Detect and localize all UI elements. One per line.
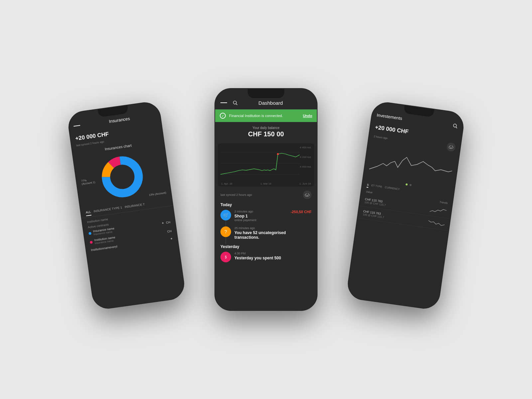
right-header-title: Investements xyxy=(376,112,403,121)
sync-row: last synced 2 hours ago xyxy=(215,189,317,201)
left-item-chf-2: CH xyxy=(167,229,172,233)
center-search-icon[interactable] xyxy=(232,99,238,106)
balance-amount: CHF 150 00 xyxy=(220,130,312,138)
trend-chart-1 xyxy=(429,205,447,216)
feed-content-2: 25 minutes ago You have 52 uncategorised… xyxy=(234,226,312,240)
chart-area: 4 400 tsd. 4 200 tsd. 4 000 tsd. xyxy=(215,143,317,187)
feed-content-1: 2 minutes ago Shop 1 online payement xyxy=(234,210,287,222)
x-label-1: 1. Apr. 18 xyxy=(221,182,232,185)
right-tab-et[interactable]: ET TYPE xyxy=(371,184,383,190)
feed-title-1: Shop 1 xyxy=(234,214,287,218)
right-tab-cur[interactable]: CURRENCY xyxy=(384,186,400,192)
feed-icon-shop: 🛒 xyxy=(220,210,231,220)
y-label-3: 4 000 tsd. xyxy=(300,165,312,168)
left-menu-icon[interactable] xyxy=(73,122,81,130)
feed-icon-uncategorised: ? xyxy=(220,226,231,237)
today-label: Today xyxy=(220,202,312,207)
notification-bar: ✓ Financial Institution is connected. Un… xyxy=(215,109,317,122)
x-label-3: 1. Juni 18 xyxy=(299,182,311,185)
feed-time-yesterday: 4:30 PM xyxy=(234,252,312,255)
center-menu-icon[interactable] xyxy=(220,99,227,106)
sync-text: last synced 2 hours ago xyxy=(220,193,252,197)
notification-text: Financial Institution is connected. xyxy=(229,114,300,118)
chart-y-labels: 4 400 tsd. 4 200 tsd. 4 000 tsd. xyxy=(300,146,312,168)
svg-point-11 xyxy=(277,153,279,155)
feed-item-2: ? 25 minutes ago You have 52 uncategoris… xyxy=(220,226,312,240)
svg-point-6 xyxy=(233,101,236,104)
feed-sep-1 xyxy=(225,220,226,226)
left-screen: Insurances +20 000 CHF last synced 2 hou… xyxy=(67,101,186,310)
y-label-1: 4 400 tsd. xyxy=(300,146,312,149)
center-screen: Dashboard ✓ Financial Institution is con… xyxy=(215,89,317,310)
right-col-value: Value xyxy=(366,190,373,194)
svg-line-5 xyxy=(456,127,457,128)
balance-label: Your daily balance xyxy=(220,126,312,130)
balance-section: Your daily balance CHF 150 00 xyxy=(215,122,317,143)
trend-chart-2 xyxy=(428,218,445,228)
feed-time-2: 25 minutes ago xyxy=(234,226,312,230)
feed-item-1: 🛒 2 minutes ago Shop 1 online payement -… xyxy=(220,210,312,222)
feed-title-2: You have 52 uncategorised transactions. xyxy=(234,230,312,240)
left-item-icon-3[interactable]: ✦ xyxy=(170,237,173,241)
svg-line-7 xyxy=(236,104,237,105)
undo-button[interactable]: Undo xyxy=(303,114,312,118)
feed-amount-1: -250,50 CHF xyxy=(291,210,312,214)
tab-type2[interactable]: INSURANCE T xyxy=(124,202,145,210)
tab-all[interactable]: ALL xyxy=(85,210,91,216)
scene: Insurances +20 000 CHF last synced 2 hou… xyxy=(116,42,416,357)
right-tab-s[interactable]: S xyxy=(366,183,369,188)
check-icon: ✓ xyxy=(220,113,226,119)
feed-icon-yesterday: $ xyxy=(220,252,231,262)
page-dot-2 xyxy=(409,184,412,186)
right-screen: Investements +20 000 CHF 2 hours ago xyxy=(346,101,465,310)
chart-x-labels: 1. Apr. 18 1. Mai 18 1. Juni 18 xyxy=(220,182,312,185)
y-label-2: 4 200 tsd. xyxy=(300,156,312,159)
right-phone: Investements +20 000 CHF 2 hours ago xyxy=(346,100,466,311)
x-label-2: 1. Mai 18 xyxy=(260,182,271,185)
dot-blue-icon xyxy=(88,232,91,235)
center-header-title: Dashboard xyxy=(243,100,298,106)
main-chart-svg xyxy=(220,147,312,180)
donut-legend-right: 13% (Account) xyxy=(149,191,166,197)
donut-legend: 77% (Account 1) xyxy=(81,178,95,186)
yesterday-label: Yesterday xyxy=(220,244,312,249)
dot-pink-icon xyxy=(90,241,93,244)
right-cloud-btn[interactable] xyxy=(446,142,456,152)
chart-container: 4 400 tsd. 4 200 tsd. 4 000 tsd. xyxy=(218,143,314,187)
right-sync-text: 2 hours ago xyxy=(373,135,388,140)
center-phone: Dashboard ✓ Financial Institution is con… xyxy=(214,88,318,311)
donut-svg xyxy=(96,151,149,203)
right-col-trends: Trends xyxy=(439,200,448,204)
svg-point-4 xyxy=(453,124,457,127)
feed-time-1: 2 minutes ago xyxy=(234,210,287,213)
left-item-icon-1[interactable]: ✦ xyxy=(161,221,164,225)
feed-content-yesterday: 4:30 PM Yesterday you spent 500 xyxy=(234,252,312,260)
feed-item-yesterday: $ 4:30 PM Yesterday you spent 500 xyxy=(220,252,312,262)
feed-section: Today 🛒 2 minutes ago Shop 1 online paye… xyxy=(215,201,317,268)
feed-title-yesterday: Yesterday you spent 500 xyxy=(234,256,312,260)
feed-sep-2 xyxy=(225,237,226,244)
left-item-chf-1: CH xyxy=(166,220,171,224)
right-search-icon[interactable] xyxy=(452,122,459,130)
center-notch xyxy=(248,89,284,98)
left-phone: Insurances +20 000 CHF last synced 2 hou… xyxy=(66,100,187,311)
cloud-download-btn[interactable] xyxy=(303,191,312,199)
page-dot-1 xyxy=(405,183,408,186)
feed-sub-1: online payement xyxy=(234,218,287,222)
